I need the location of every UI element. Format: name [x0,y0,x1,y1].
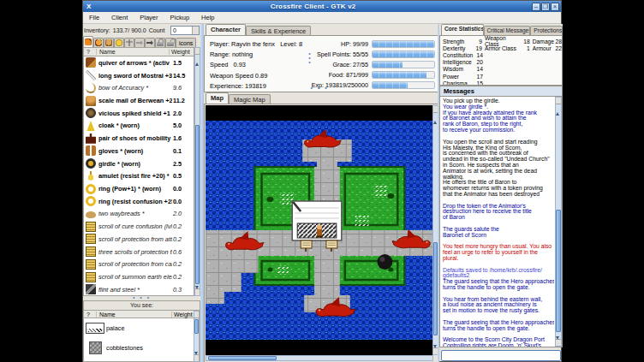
menu-player[interactable]: Player [134,14,164,21]
message-line: set in motion to move the rusty gates. [443,308,554,314]
count-value[interactable]: 0 [171,27,192,34]
amulet-icon [86,171,96,181]
power-value: 17 [474,74,483,80]
inventory-item-row[interactable]: vicious spiked shield +12.0 [84,107,194,120]
scrollbar-thumb[interactable] [195,125,200,284]
scrollbar-thumb[interactable] [556,210,561,331]
inventory-item-row[interactable]: ring (resist confusion +250.0 [84,195,194,208]
column-name[interactable]: Name [97,312,172,317]
maximize-button[interactable]: ❐ [541,3,550,11]
quiver-icon [86,57,96,68]
messages-log[interactable]: You pick up the girdle. You wear girdle … [443,98,554,347]
tab-skills-experience[interactable]: Skills & Experience [246,26,311,35]
inv-tab-cursed[interactable] [124,38,134,47]
armor-class-value: 1 [522,45,530,51]
inventory-item-row[interactable]: pair of shoes of mobility1.6 [84,132,194,145]
scroll-down-icon[interactable] [195,288,200,295]
pane-handle[interactable]: • • • [285,86,354,90]
item-name: amulet (resist fire +20) * [98,172,172,180]
food-label: Food: 871/999 [312,71,372,79]
item-name: cloak * (worn) [98,122,172,129]
inventory-item-row[interactable]: scroll of protection from attac0.2 [84,233,194,246]
ground-item-row[interactable]: cobblestones [84,338,200,358]
item-name: gloves * (worn) [98,147,172,155]
scroll-up-icon[interactable] [195,48,200,55]
item-weight: 1.5 [172,59,194,67]
map-horizontal-scrollbar[interactable] [206,355,433,361]
close-button[interactable]: × [551,3,559,11]
item-name: scroll of summon earth elem [98,273,172,281]
menu-client[interactable]: Client [105,14,134,21]
ground-scrollbar[interactable] [194,311,200,362]
column-weight[interactable]: Weight [170,49,194,55]
inventory-item-row[interactable]: two waybreads *2.0 [84,208,194,221]
scroll-down-icon[interactable] [194,354,199,361]
inventory-item-row[interactable]: gloves * (worn)0.1 [84,145,194,157]
inventory-scrollbar[interactable] [194,47,200,296]
tab-protections[interactable]: Protections [530,26,563,35]
map-canvas[interactable] [206,105,433,355]
flint-icon [86,284,96,294]
tab-magic-map[interactable]: Magic Map [229,94,271,104]
inv-tab-unapplied[interactable] [104,38,114,47]
inv-tab-nonmagical[interactable] [145,38,155,47]
column-flag[interactable]: ? [84,312,97,317]
menu-file[interactable]: File [83,14,105,21]
menu-pickup[interactable]: Pickup [164,14,196,21]
titlebar[interactable]: X Crossfire Client - GTK v2 – ❐ × [83,1,561,12]
scrollbar-thumb[interactable] [208,356,277,360]
spin-up-icon[interactable] [194,27,198,30]
inv-tab-magical[interactable] [134,38,145,47]
inventory-item-row[interactable]: cloak * (worn)5.0 [84,120,194,133]
inventory-item-row[interactable]: amulet (resist fire +20) *0.5 [84,169,194,182]
ground-item-row[interactable]: palace [84,318,200,338]
scroll-up-icon[interactable] [556,98,561,104]
tab-map[interactable]: Map [206,92,229,104]
inv-tab-all[interactable] [83,36,93,47]
message-line: You open the scroll and start reading [443,139,554,145]
messages-scrollbar[interactable] [555,97,562,347]
armour-label: Armour [533,45,554,51]
scroll-up-icon[interactable] [194,312,199,318]
inventory-item-row[interactable]: scroll of cure confusion (lvl 70.2 [84,220,194,233]
tab-character[interactable]: Character [206,24,246,35]
inventory-item-row[interactable]: quiver of arrows * (activ1.5 [84,56,194,69]
command-input[interactable] [441,350,561,361]
item-name: scroll of protection from attac [98,235,172,243]
ground-column-headers[interactable]: ? Name Weight [84,310,200,318]
inventory-item-row[interactable]: girdle * (worn)2.5 [84,157,194,170]
column-flag[interactable]: ? [84,49,97,55]
spin-down-icon[interactable] [194,30,198,33]
tab-core-statistics[interactable]: Core Statistics [441,24,484,35]
inv-tab-locked[interactable] [155,38,165,47]
armor-icon [86,96,96,106]
inventory-item-row[interactable]: three scrolls of protection fro0.6 [84,246,194,258]
menu-help[interactable]: Help [195,14,220,21]
wisdom-value: 14 [474,66,483,72]
inventory-column-headers[interactable]: ? Name Weight [83,47,194,56]
inv-tab-icons[interactable]: icons [176,38,196,47]
inventory-item-row[interactable]: scale mail of Berwean +211.2 [84,94,194,107]
minimize-button[interactable]: – [532,3,540,11]
count-spinner[interactable]: 0 [170,26,200,35]
ground-title: You see: [84,301,200,310]
scrollbar-thumb[interactable] [194,319,199,334]
scroll-down-icon[interactable] [556,339,561,346]
inv-tab-unlocked[interactable] [165,38,176,47]
unapplied-icon [105,39,112,46]
tab-critical-messages[interactable]: Critical Messages [484,26,531,35]
inv-tab-unpaid[interactable] [114,38,124,47]
inventory-item-row[interactable]: scroll of protection from canc0.2 [84,258,194,271]
message-line: You hear from behind the eastern wall, [443,297,554,303]
inventory-item-row[interactable]: scroll of summon earth elem0.2 [84,270,194,283]
inventory-item-row[interactable]: long sword of Mostrai +314.5 [84,69,194,82]
message-line: Welcome to the Scorn City Dragon Port [443,337,554,343]
inventory-item-row[interactable]: bow of Accuracy *9.6 [84,81,194,94]
window-menu-icon[interactable]: X [83,1,94,12]
message-line: in Scorn. He suspects that an [443,163,554,169]
inv-tab-applied[interactable] [93,38,104,47]
inventory-item-row[interactable]: ring (Pow+1) * (worn)0.0 [84,182,194,195]
damage-value: 28 [554,39,562,45]
column-name[interactable]: Name [97,49,170,55]
power-label: Power [443,74,474,80]
